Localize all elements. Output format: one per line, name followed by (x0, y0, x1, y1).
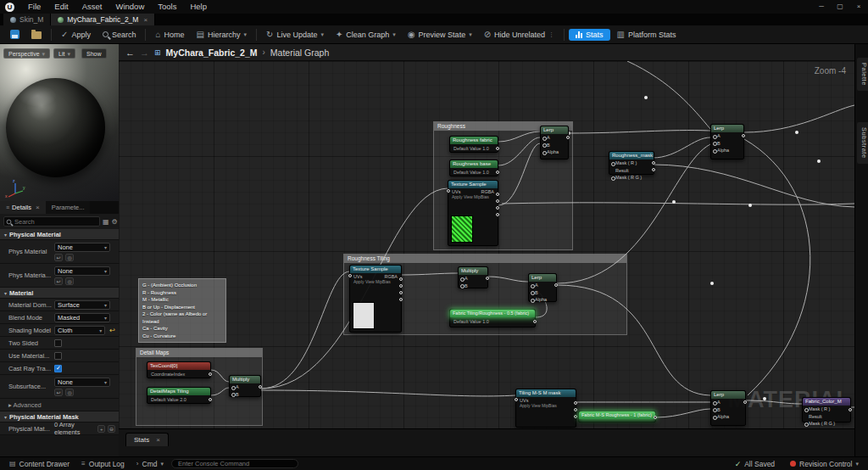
search-button[interactable]: Search (97, 29, 142, 41)
shading-model-dropdown[interactable]: Cloth▾ (54, 326, 105, 335)
tab-details[interactable]: ≡ Details × (0, 201, 46, 214)
add-element-icon[interactable]: + (97, 425, 105, 433)
node-scalar-param-roughness-base[interactable]: Roughness base Default Value 1.0 (449, 159, 498, 176)
back-icon[interactable]: ← (125, 48, 135, 58)
save-button[interactable] (5, 28, 25, 41)
menu-file[interactable]: File (21, 0, 47, 14)
maximize-button[interactable]: ▢ (831, 0, 849, 14)
node-texcoord[interactable]: TexCoord[0] CoordinateIndex (147, 361, 211, 378)
node-scalar-param-roughness-fabric[interactable]: Roughness fabric Default Value 1.0 (449, 136, 498, 153)
kebab-menu-icon[interactable]: ⋮ (548, 31, 554, 38)
delete-elements-icon[interactable]: ⊖ (108, 425, 115, 433)
lit-button[interactable]: Lit▾ (53, 48, 75, 59)
cast-ray-traced-checkbox[interactable] (54, 365, 62, 372)
preview-sphere[interactable] (6, 78, 105, 177)
details-search-input[interactable] (3, 216, 100, 227)
home-button[interactable]: ⌂Home (150, 29, 189, 41)
menu-tools[interactable]: Tools (151, 0, 183, 14)
node-scalar-param-tiling-roughness[interactable]: Fabric Tiling/Roughness - 0.5 (fabric) D… (449, 309, 536, 327)
console-command-input[interactable] (171, 459, 298, 468)
output-log-button[interactable]: ≡Output Log (77, 460, 129, 468)
node-texture-sample-roughness[interactable]: Texture Sample UVsRGBA Apply View MipBia… (448, 180, 498, 246)
tab-close-icon[interactable]: × (143, 16, 147, 24)
pin-icon[interactable] (209, 372, 212, 376)
material-domain-dropdown[interactable]: Surface▾ (54, 300, 110, 310)
pin-icon[interactable] (533, 320, 537, 323)
minimize-button[interactable]: ─ (812, 0, 831, 14)
node-lerp-bottom[interactable]: Lerp A B Alpha (710, 390, 746, 426)
stats-drawer-tab[interactable]: Stats × (125, 433, 169, 446)
browse-icon[interactable]: ◎ (65, 277, 74, 285)
content-drawer-button[interactable]: ▤Content Drawer (5, 460, 74, 468)
output-pins[interactable] (496, 193, 499, 216)
reset-to-default-icon[interactable]: ↩ (109, 327, 115, 334)
pin-icon[interactable] (447, 189, 450, 193)
browse-icon[interactable]: ◎ (65, 389, 74, 396)
tab-skin-m[interactable]: Skin_M (3, 14, 51, 25)
browse-to-asset-button[interactable] (26, 28, 47, 41)
comment-note-box[interactable]: G - (Ambient) Occlusion R - Roughness M … (138, 278, 226, 343)
node-multiply-detail[interactable]: Multiply A B (229, 375, 261, 397)
breadcrumb-root[interactable]: MyChara_Fabric_2_M (166, 48, 258, 58)
pin-icon[interactable] (515, 398, 518, 401)
material-graph-canvas[interactable]: Zoom -4 MATERIAL Roughness Roughness Til… (119, 61, 854, 428)
menu-asset[interactable]: Asset (75, 0, 109, 14)
tab-close-icon[interactable]: × (36, 204, 40, 211)
clean-graph-button[interactable]: ✦Clean Graph▾ (331, 29, 401, 41)
pin-icon[interactable] (652, 168, 655, 171)
preview-state-button[interactable]: ◉Preview State▾ (403, 29, 477, 41)
pin-icon[interactable] (743, 400, 747, 404)
all-saved-status[interactable]: ✓All Saved (731, 460, 779, 468)
node-lerp-roughness[interactable]: Lerp A B Alpha (540, 126, 569, 159)
live-update-button[interactable]: ↻Live Update▾ (261, 29, 329, 41)
node-lerp-tiling[interactable]: Lerp A B Alpha (528, 273, 557, 302)
revision-control-button[interactable]: Revision Control▾ (786, 460, 863, 468)
section-physical-material[interactable]: ▾Physical Material (0, 229, 119, 240)
node-scalar-param-detailmaps-tiling[interactable]: DetailMaps Tiling Default Value 2.0 (147, 387, 211, 404)
cmd-button[interactable]: ›Cmd▾ (132, 460, 168, 468)
pin-icon[interactable] (209, 398, 212, 401)
phys-material-asset-picker[interactable]: None▾ (54, 243, 110, 252)
close-button[interactable]: × (849, 0, 868, 14)
platform-stats-button[interactable]: ▥Platform Stats (612, 29, 682, 41)
tab-substrate[interactable]: Substrate (857, 122, 868, 164)
use-selected-icon[interactable]: ↩ (54, 389, 63, 396)
hierarchy-button[interactable]: ▤Hierarchy▾ (192, 29, 252, 41)
phys-material-map-asset-picker[interactable]: None▾ (54, 266, 110, 276)
use-selected-icon[interactable]: ↩ (54, 254, 63, 261)
node-roughness-mask[interactable]: Roughness_mask Mask ( R ) Result Mask ( … (609, 151, 654, 175)
gear-icon[interactable]: ⚙ (112, 218, 118, 226)
pin-icon[interactable] (486, 277, 489, 280)
menu-edit[interactable]: Edit (47, 0, 75, 14)
pin-icon[interactable] (652, 161, 655, 165)
hide-unrelated-button[interactable]: ⊘Hide Unrelated⋮ (479, 29, 559, 41)
output-pins[interactable] (574, 401, 577, 418)
stats-button[interactable]: Stats (569, 29, 610, 41)
pin-icon[interactable] (742, 134, 745, 137)
filter-icon[interactable]: ▦ (103, 218, 109, 226)
perspective-button[interactable]: Perspective▾ (3, 48, 50, 59)
pin-icon[interactable] (259, 385, 262, 389)
tab-close-icon[interactable]: × (156, 436, 160, 444)
material-preview-viewport[interactable]: Perspective▾ Lit▾ Show z y x (0, 44, 119, 201)
pin-icon[interactable] (654, 416, 657, 419)
tab-parameters[interactable]: Paramete... (46, 201, 91, 214)
node-fabric-color-mask[interactable]: Fabric_Color_M Mask ( R ) Result Mask ( … (802, 397, 851, 422)
pin-icon[interactable] (566, 136, 570, 139)
apply-button[interactable]: ✓Apply (56, 29, 96, 41)
output-pins[interactable] (399, 277, 403, 301)
tab-palette[interactable]: Palette (857, 58, 868, 91)
node-texture-sample-ms-mask[interactable]: Tiling M-S M mask UVs Apply View MipBias (515, 389, 576, 428)
browse-icon[interactable]: ◎ (65, 254, 74, 261)
forward-icon[interactable]: → (140, 48, 149, 58)
row-advanced[interactable]: ▸ Advanced (0, 399, 119, 411)
menu-window[interactable]: Window (108, 0, 151, 14)
subsurface-asset-picker[interactable]: None▾ (54, 378, 110, 387)
pin-icon[interactable] (348, 274, 352, 277)
node-lerp-top-right[interactable]: Lerp A B Alpha (710, 124, 744, 159)
pin-icon[interactable] (554, 283, 558, 287)
show-button[interactable]: Show (81, 48, 107, 59)
blend-mode-dropdown[interactable]: Masked▾ (54, 313, 110, 322)
pin-icon[interactable] (496, 171, 499, 174)
breadcrumb-current[interactable]: Material Graph (270, 48, 329, 58)
